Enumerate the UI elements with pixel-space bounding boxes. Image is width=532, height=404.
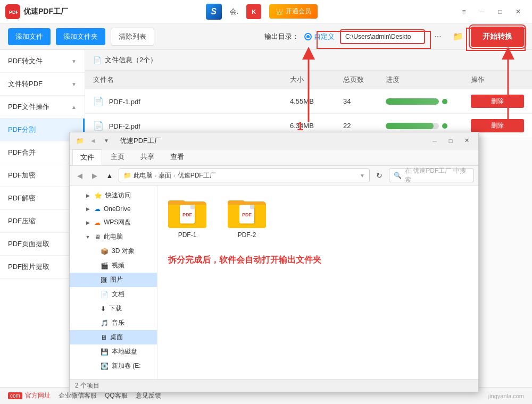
- fe-content: PDF PDF-1 PDF PDF-2 拆分完成后，软件会自动打开输出文件夹: [157, 186, 478, 379]
- fe-sidebar-local-disk[interactable]: ▶ 💾 本地磁盘: [70, 344, 157, 359]
- vip-icon: 👑: [276, 8, 284, 15]
- folder-icon-pdf1: PDF: [168, 196, 206, 228]
- fe-forward-nav[interactable]: ▶: [89, 170, 101, 181]
- browse-folder-button[interactable]: 📁: [451, 29, 466, 44]
- fe-tab-share[interactable]: 共享: [133, 149, 162, 165]
- file-info-text: 文件信息（2个）: [105, 55, 157, 65]
- expand-icon: ▶: [85, 206, 91, 212]
- fe-sidebar-music[interactable]: ▶ 🎵 音乐: [70, 316, 157, 330]
- expand-icon: ▶: [91, 306, 97, 312]
- downloads-label: 下载: [109, 304, 122, 313]
- row2-filename: 📄 PDF-2.pdf: [93, 121, 290, 131]
- sidebar-label-pdf-encrypt: PDF加密: [8, 171, 36, 180]
- fe-sep2: ›: [173, 173, 175, 179]
- fe-tab-home[interactable]: 主页: [103, 149, 132, 165]
- desktop-label: 桌面: [110, 333, 123, 342]
- fe-refresh-btn[interactable]: ↻: [373, 169, 386, 182]
- qq-service-link[interactable]: QQ客服: [105, 391, 128, 400]
- start-convert-button[interactable]: 开始转换: [471, 27, 524, 47]
- fe-sidebar: ▶ ⭐ 快速访问 ▶ ☁ OneDrive ▶ ☁ WPS网盘 ▼ 🖥 此电脑 …: [70, 186, 157, 379]
- folder-icon-pdf2: PDF: [228, 196, 266, 228]
- progress-bar-track2: [386, 123, 439, 129]
- fe-sidebar-docs[interactable]: ▶ 📄 文档: [70, 287, 157, 301]
- close-button[interactable]: ✕: [510, 4, 527, 19]
- output-mode-label: 自定义: [314, 32, 335, 41]
- pdf-file-icon: 📄: [93, 97, 104, 106]
- row2-pages: 22: [343, 122, 386, 130]
- this-pc-icon: 🖥: [94, 233, 101, 241]
- new-vol-icon: 💽: [101, 363, 109, 370]
- more-options-button[interactable]: ···: [430, 29, 445, 44]
- fe-title-icons: 📁 ◀ ▼: [74, 135, 112, 147]
- sidebar-label-pdf-file-ops: PDF文件操作: [8, 102, 49, 112]
- expand-icon: ▶: [91, 320, 97, 326]
- fe-down-icon: ▼: [101, 135, 112, 147]
- expand-icon: ▶: [85, 220, 91, 226]
- fe-tab-file[interactable]: 文件: [72, 149, 102, 165]
- music-label: 音乐: [112, 318, 124, 327]
- fe-sidebar-desktop[interactable]: ▶ 🖥 桌面: [70, 330, 157, 344]
- add-folder-button[interactable]: 添加文件夹: [56, 28, 105, 45]
- row1-delete-button[interactable]: 删除: [471, 95, 524, 108]
- fe-sidebar-pictures[interactable]: ▶ 🖼 图片: [70, 273, 157, 287]
- output-mode-radio[interactable]: 自定义: [304, 32, 335, 41]
- title-bar-center: S 会. K 👑 开通会员: [68, 4, 455, 20]
- fe-sidebar-new-vol[interactable]: ▶ 💽 新加卷 (E:: [70, 359, 157, 373]
- svg-text:PDF: PDF: [9, 10, 18, 15]
- docs-label: 文档: [112, 290, 124, 299]
- col-pages: 总页数: [343, 75, 386, 85]
- file-label-pdf2: PDF-2: [238, 231, 256, 239]
- fe-up-nav[interactable]: ▲: [104, 170, 115, 181]
- clear-list-button[interactable]: 清除列表: [111, 28, 154, 46]
- fe-sidebar-downloads[interactable]: ▶ ⬇ 下载: [70, 301, 157, 316]
- sidebar-item-file-to-pdf[interactable]: 文件转PDF ▼: [0, 73, 85, 96]
- fe-back-nav[interactable]: ◀: [74, 170, 86, 181]
- folder-pdf-label2: PDF: [239, 205, 254, 224]
- fe-files-grid: PDF PDF-1 PDF PDF-2: [168, 196, 468, 239]
- fe-folder-icon-small: 📁: [74, 135, 86, 147]
- fe-minimize-btn[interactable]: ─: [427, 134, 442, 147]
- expand-icon: ▶: [91, 291, 97, 298]
- maximize-button[interactable]: □: [492, 4, 509, 19]
- progress-bar-fill2: [386, 123, 434, 129]
- fe-search-icon: 🔍: [394, 172, 402, 179]
- sidebar-item-pdf-file-ops[interactable]: PDF文件操作 ▲: [0, 96, 85, 119]
- fe-address-box[interactable]: 📁 此电脑 › 桌面 › 优速PDF工厂 ▼: [119, 169, 370, 182]
- radio-dot: [304, 33, 312, 40]
- fe-sidebar-3d[interactable]: ▶ 📦 3D 对象: [70, 244, 157, 258]
- fe-search-box[interactable]: 🔍 在 优速PDF工厂 中搜索: [389, 169, 474, 182]
- minimize-button[interactable]: ─: [473, 4, 491, 19]
- fe-breadcrumb-desktop: 桌面: [159, 171, 171, 180]
- row1-size: 4.55MB: [290, 97, 343, 105]
- fe-sidebar-wps[interactable]: ▶ ☁ WPS网盘: [70, 215, 157, 230]
- row1-pages: 34: [343, 97, 386, 105]
- fe-close-btn[interactable]: ✕: [459, 134, 474, 147]
- sidebar-label-pdf-to-file: PDF转文件: [8, 56, 43, 66]
- output-path-box[interactable]: C:\Users\admin\Deskto: [340, 29, 425, 44]
- fe-sidebar-this-pc[interactable]: ▼ 🖥 此电脑: [70, 230, 157, 244]
- row1-filename: 📄 PDF-1.pdf: [93, 96, 290, 106]
- desktop-icon: 🖥: [101, 334, 107, 341]
- fe-tab-view[interactable]: 查看: [163, 149, 192, 165]
- fe-sidebar-video[interactable]: ▶ 🎬 视频: [70, 258, 157, 273]
- enterprise-wechat-link[interactable]: 企业微信客服: [59, 391, 97, 400]
- menu-button[interactable]: ≡: [455, 4, 472, 19]
- fe-sidebar-onedrive[interactable]: ▶ ☁ OneDrive: [70, 203, 157, 215]
- window-controls: ≡ ─ □ ✕: [455, 4, 527, 19]
- kemai-icon: K: [246, 4, 261, 19]
- expand-icon: ▶: [91, 349, 97, 355]
- sidebar-item-pdf-to-file[interactable]: PDF转文件 ▼: [0, 50, 85, 73]
- onedrive-icon: ☁: [94, 205, 101, 213]
- fe-file-pdf1[interactable]: PDF PDF-1: [168, 196, 206, 239]
- fe-file-pdf2[interactable]: PDF PDF-2: [228, 196, 266, 239]
- video-icon: 🎬: [101, 262, 109, 270]
- fe-maximize-btn[interactable]: □: [443, 134, 458, 147]
- docs-icon: 📄: [101, 291, 109, 298]
- row2-delete-button[interactable]: 删除: [471, 119, 524, 132]
- feedback-link[interactable]: 意见反馈: [136, 391, 161, 400]
- footer-watermark: jingyanla.com: [488, 393, 524, 399]
- add-file-button[interactable]: 添加文件: [8, 28, 51, 45]
- fe-sidebar-quick-access[interactable]: ▶ ⭐ 快速访问: [70, 188, 157, 203]
- wps-label: WPS网盘: [104, 218, 131, 227]
- vip-button[interactable]: 👑 开通会员: [269, 4, 318, 19]
